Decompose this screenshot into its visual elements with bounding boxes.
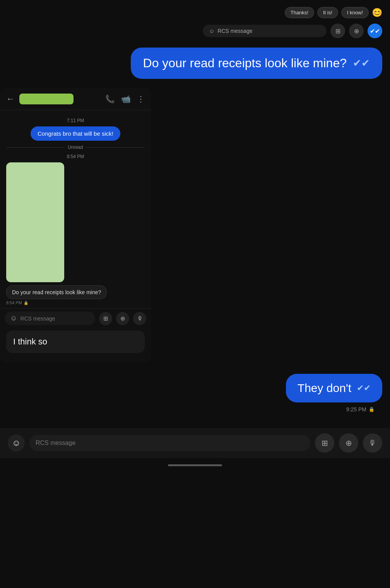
inner-mic-btn[interactable]: 🎙 xyxy=(133,312,146,325)
time-label-1: 7:11 PM xyxy=(0,118,151,123)
contact-name-placeholder xyxy=(19,94,74,104)
home-bar xyxy=(168,464,222,466)
video-icon[interactable]: 📹 xyxy=(121,94,131,104)
they-dont-bubble-wrap: They don't ✔✔ xyxy=(8,374,382,402)
smiley-icon: ☺ xyxy=(209,28,214,34)
main-bubble-check-icon: ✔✔ xyxy=(353,57,370,69)
back-button[interactable]: ← xyxy=(6,94,15,104)
bottom-mic-icon: 🎙 xyxy=(369,439,376,448)
quick-replies-bar: Thanks! It is! I know! 😊 xyxy=(0,0,390,22)
bottom-rcs-input[interactable]: RCS message xyxy=(29,435,310,451)
inner-mic-icon: 🎙 xyxy=(137,315,143,322)
bottom-gallery-icon: ⊞ xyxy=(322,438,328,448)
home-indicator xyxy=(0,458,390,469)
messages-area: 7:11 PM Congrats bro that will be sick! … xyxy=(0,110,151,362)
inner-gallery-icon: ⊞ xyxy=(103,315,108,322)
bottom-input-bar: ☺ RCS message ⊞ ⊕ 🎙 xyxy=(0,428,390,458)
unread-line-left xyxy=(6,147,65,148)
quick-reply-iknow[interactable]: I know! xyxy=(341,7,369,18)
bottom-gallery-button[interactable]: ⊞ xyxy=(315,433,334,453)
top-rcs-input[interactable]: ☺ RCS message xyxy=(203,25,327,37)
bubble-time: 8:54 PM xyxy=(6,300,22,305)
they-dont-meta: 9:25 PM 🔒 xyxy=(8,406,382,412)
add-icon-btn[interactable]: ⊕ xyxy=(349,24,364,38)
unread-line-right xyxy=(86,147,145,148)
bottom-add-icon: ⊕ xyxy=(346,438,352,448)
outgoing-bubble-text: Do your read receipts look like mine? xyxy=(6,285,107,299)
gallery-icon-btn[interactable]: ⊞ xyxy=(330,24,345,38)
incoming-message-1: Congrats bro that will be sick! xyxy=(6,126,145,141)
inner-add-icon: ⊕ xyxy=(120,315,125,322)
they-dont-lock-icon: 🔒 xyxy=(369,407,375,412)
lower-section: They don't ✔✔ 9:25 PM 🔒 xyxy=(0,362,390,428)
quick-reply-emoji[interactable]: 😊 xyxy=(372,8,382,18)
bottom-smiley-icon: ☺ xyxy=(12,438,21,448)
quick-reply-itis[interactable]: It is! xyxy=(317,7,338,18)
they-dont-bubble: They don't ✔✔ xyxy=(286,374,382,402)
main-outgoing-bubble-wrap: Do your read receipts look like mine? ✔✔ xyxy=(0,41,390,88)
chat-window: ← 📞 📹 ⋮ 7:11 PM Congrats bro that will b… xyxy=(0,88,151,362)
image-message-placeholder xyxy=(6,162,64,282)
they-dont-text: They don't xyxy=(298,382,351,395)
top-input-bar: ☺ RCS message ⊞ ⊕ ✔✔ xyxy=(0,22,390,41)
bottom-emoji-button[interactable]: ☺ xyxy=(8,435,25,452)
incoming-bubble-text: Congrats bro that will be sick! xyxy=(31,126,120,141)
bottom-mic-button[interactable]: 🎙 xyxy=(363,433,382,453)
main-bubble: Do your read receipts look like mine? ✔✔ xyxy=(131,48,382,79)
send-icon-btn[interactable]: ✔✔ xyxy=(368,24,382,38)
outgoing-small-bubble-wrap: Do your read receipts look like mine? 8:… xyxy=(6,285,145,305)
inner-rcs-input[interactable]: ☺ RCS message xyxy=(5,312,95,325)
gallery-icon: ⊞ xyxy=(335,27,340,35)
add-circle-icon: ⊕ xyxy=(354,27,359,35)
inner-add-btn[interactable]: ⊕ xyxy=(116,312,129,325)
call-icon[interactable]: 📞 xyxy=(105,94,115,104)
header-icons: 📞 📹 ⋮ xyxy=(105,94,145,104)
they-dont-check-icon: ✔✔ xyxy=(357,383,371,393)
unread-label: Unread xyxy=(68,145,83,150)
quick-reply-thanks[interactable]: Thanks! xyxy=(285,7,314,18)
checkmark-send-icon: ✔✔ xyxy=(370,27,380,35)
inner-input-bar: ☺ RCS message ⊞ ⊕ 🎙 xyxy=(0,308,151,328)
think-so-text-area[interactable]: I think so xyxy=(6,331,145,353)
bottom-add-button[interactable]: ⊕ xyxy=(339,433,358,453)
bottom-input-placeholder: RCS message xyxy=(36,440,75,447)
inner-input-placeholder: RCS message xyxy=(20,315,55,322)
they-dont-time: 9:25 PM xyxy=(346,406,366,412)
inner-gallery-btn[interactable]: ⊞ xyxy=(99,312,112,325)
top-input-placeholder: RCS message xyxy=(217,28,252,34)
unread-divider: Unread xyxy=(6,145,145,150)
time-label-2: 8:54 PM xyxy=(0,154,151,159)
main-bubble-text: Do your read receipts look like mine? xyxy=(143,56,347,70)
more-icon[interactable]: ⋮ xyxy=(137,94,145,104)
outgoing-small-bubble: Do your read receipts look like mine? 8:… xyxy=(6,285,107,305)
inner-smiley-icon: ☺ xyxy=(10,314,17,322)
bubble-meta: 8:54 PM 🔒 xyxy=(6,300,107,305)
chat-header: ← 📞 📹 ⋮ xyxy=(0,88,151,110)
lock-icon: 🔒 xyxy=(24,301,28,305)
